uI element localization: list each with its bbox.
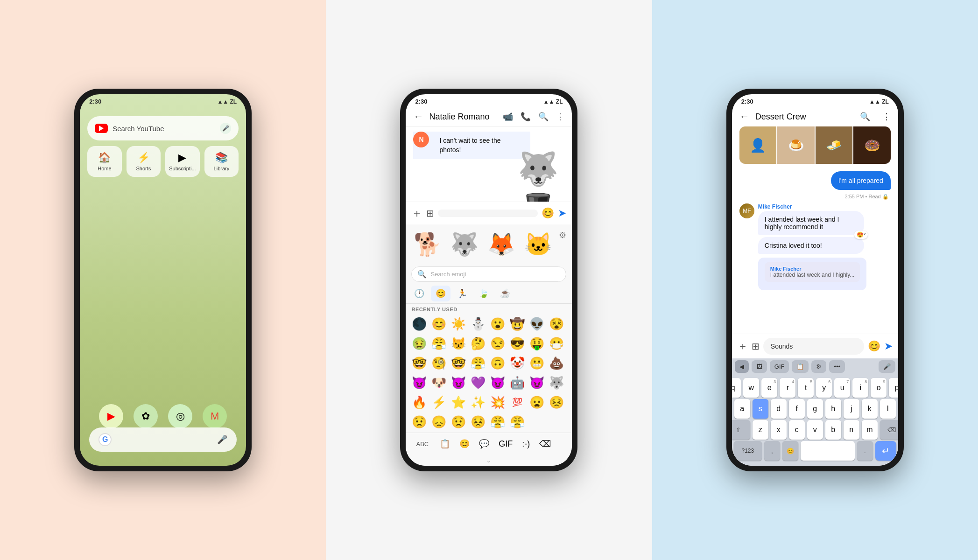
- text-emoji-icon[interactable]: :-): [519, 436, 533, 452]
- attach-icon[interactable]: ⊞: [426, 208, 434, 219]
- gboard-mic-tool[interactable]: 🎤: [879, 360, 895, 373]
- gboard-clipboard-tool[interactable]: 📋: [792, 360, 809, 373]
- youtube-app-icon[interactable]: ▶: [99, 404, 123, 428]
- emoji-32[interactable]: 🐺: [547, 373, 566, 392]
- tab-clock[interactable]: 🕐: [409, 286, 429, 301]
- emoji-16[interactable]: 😷: [547, 334, 566, 353]
- gboard-stickers-tool[interactable]: 🖼: [752, 360, 767, 373]
- emoji-45[interactable]: 😤: [488, 412, 507, 432]
- emoji-22[interactable]: 🤡: [507, 353, 527, 373]
- message-input-field[interactable]: [438, 210, 538, 217]
- key-h[interactable]: h: [825, 399, 841, 419]
- key-u[interactable]: u7: [834, 378, 850, 398]
- emoji-icon[interactable]: 😊: [457, 436, 472, 452]
- emoji-19[interactable]: 🤓: [449, 353, 468, 373]
- key-s[interactable]: s: [753, 399, 768, 419]
- gboard-settings-tool[interactable]: ⚙: [811, 360, 826, 373]
- key-j[interactable]: j: [844, 399, 859, 419]
- key-f[interactable]: f: [789, 399, 805, 419]
- clipboard-icon[interactable]: 📋: [437, 436, 453, 452]
- period-key[interactable]: .: [857, 441, 873, 461]
- nav-shorts[interactable]: ⚡ Shorts: [127, 146, 161, 177]
- emoji-17[interactable]: 🤓: [409, 353, 429, 373]
- key-t[interactable]: t5: [798, 378, 814, 398]
- emoji-4[interactable]: ⛄: [468, 314, 488, 334]
- sticker-icon[interactable]: 💬: [476, 436, 492, 452]
- emoji-24[interactable]: 💩: [547, 353, 566, 373]
- return-key[interactable]: ↵: [875, 441, 896, 461]
- key-v[interactable]: v: [807, 420, 823, 440]
- emoji-31[interactable]: 😈: [527, 373, 547, 392]
- tab-symbols[interactable]: ☕: [495, 286, 515, 301]
- key-o[interactable]: o9: [871, 378, 887, 398]
- sticker-3[interactable]: 🦊: [485, 228, 518, 261]
- sticker-2[interactable]: 🐺: [448, 228, 481, 261]
- emoji-34[interactable]: ⚡: [429, 392, 449, 412]
- key-b[interactable]: b: [825, 420, 841, 440]
- sticker-1[interactable]: 🐕: [411, 228, 444, 261]
- search-chat-icon[interactable]: 🔍: [538, 112, 549, 122]
- send-button-3[interactable]: ➤: [884, 340, 893, 352]
- emoji-11[interactable]: 😾: [449, 334, 468, 353]
- sticker-settings-icon[interactable]: ⚙: [559, 228, 566, 240]
- gif-bottom-icon[interactable]: GIF: [496, 436, 515, 452]
- key-r[interactable]: r4: [780, 378, 795, 398]
- key-i[interactable]: i8: [852, 378, 868, 398]
- gboard-more-tool[interactable]: •••: [829, 360, 845, 373]
- key-z[interactable]: z: [753, 420, 768, 440]
- emoji-8[interactable]: 😵: [547, 314, 566, 334]
- gmail-app-icon[interactable]: M: [203, 404, 227, 428]
- emoji-14[interactable]: 😎: [507, 334, 527, 353]
- key-w[interactable]: w: [743, 378, 759, 398]
- emoji-9[interactable]: 🤢: [409, 334, 429, 353]
- emoji-29[interactable]: 😈: [488, 373, 507, 392]
- emoji-36[interactable]: ✨: [468, 392, 488, 412]
- attach-icon-3[interactable]: ⊞: [752, 341, 760, 352]
- emoji-12[interactable]: 🤔: [468, 334, 488, 353]
- delete-icon[interactable]: ⌫: [536, 436, 554, 452]
- emoji-26[interactable]: 🐶: [429, 373, 449, 392]
- tab-activities[interactable]: 🏃: [452, 286, 472, 301]
- emoji-2[interactable]: 😊: [429, 314, 449, 334]
- emoji-6[interactable]: 🤠: [507, 314, 527, 334]
- emoji-13[interactable]: 😒: [488, 334, 507, 353]
- emoji-27[interactable]: 😈: [449, 373, 468, 392]
- key-e[interactable]: e3: [761, 378, 777, 398]
- key-g[interactable]: g: [807, 399, 823, 419]
- emoji-33[interactable]: 🔥: [409, 392, 429, 412]
- emoji-1[interactable]: 🌑: [409, 314, 429, 334]
- gboard-back-button[interactable]: ◀: [735, 360, 749, 373]
- emoji-5[interactable]: 😮: [488, 314, 507, 334]
- key-p[interactable]: p0: [889, 378, 898, 398]
- emoji-10[interactable]: 😤: [429, 334, 449, 353]
- youtube-search-widget[interactable]: Search YouTube 🎤: [87, 116, 239, 140]
- emoji-40[interactable]: 😣: [547, 392, 566, 412]
- emoji-30[interactable]: 🤖: [507, 373, 527, 392]
- emoji-46[interactable]: 😤: [507, 412, 527, 432]
- search-icon-3[interactable]: 🔍: [860, 112, 870, 122]
- nav-subscriptions[interactable]: ▶ Subscripti...: [165, 146, 200, 177]
- key-d[interactable]: d: [771, 399, 787, 419]
- back-button[interactable]: ←: [413, 111, 423, 123]
- space-key[interactable]: [801, 441, 855, 461]
- emoji-28[interactable]: 💜: [468, 373, 488, 392]
- emoji-picker-icon[interactable]: 😊: [542, 207, 554, 219]
- emoji-42[interactable]: 😞: [429, 412, 449, 432]
- emoji-39[interactable]: 😦: [527, 392, 547, 412]
- emoji-search-bar[interactable]: 🔍 Search emoji: [411, 266, 566, 282]
- key-l[interactable]: l: [880, 399, 896, 419]
- emoji-25[interactable]: 😈: [409, 373, 429, 392]
- emoji-key[interactable]: 😊: [782, 441, 798, 461]
- emoji-44[interactable]: 😣: [468, 412, 488, 432]
- emoji-3[interactable]: ☀️: [449, 314, 468, 334]
- key-y[interactable]: y6: [816, 378, 832, 398]
- emoji-7[interactable]: 👽: [527, 314, 547, 334]
- chrome-app-icon[interactable]: ◎: [168, 404, 192, 428]
- more-icon-3[interactable]: ⋮: [882, 112, 891, 122]
- emoji-38[interactable]: 💯: [507, 392, 527, 412]
- sticker-4[interactable]: 🐱: [522, 228, 555, 261]
- add-attachment-icon[interactable]: ＋: [411, 206, 422, 221]
- numbers-key[interactable]: ?123: [734, 441, 762, 461]
- back-button-3[interactable]: ←: [739, 111, 750, 123]
- google-mic-icon[interactable]: 🎤: [217, 434, 227, 445]
